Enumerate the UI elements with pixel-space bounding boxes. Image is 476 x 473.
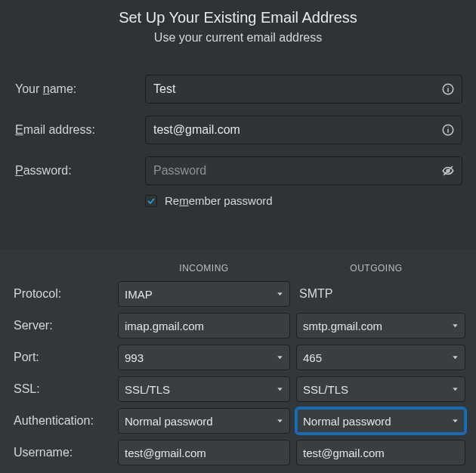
label-your-name: Your name:	[15, 82, 145, 96]
info-icon[interactable]	[441, 82, 455, 96]
password-input[interactable]	[145, 156, 462, 185]
remember-label: Remember password	[165, 194, 273, 207]
label-auth: Authentication:	[14, 414, 118, 428]
outgoing-port-input[interactable]	[296, 345, 465, 370]
outgoing-username-input[interactable]	[296, 440, 465, 465]
incoming-ssl-select[interactable]: SSL/TLS	[118, 376, 290, 402]
outgoing-protocol: SMTP	[296, 287, 465, 301]
page-subtitle: Use your current email address	[0, 31, 476, 45]
label-ssl: SSL:	[14, 382, 118, 396]
label-username: Username:	[14, 446, 118, 459]
label-password: Password:	[15, 164, 145, 178]
label-protocol: Protocol:	[14, 287, 118, 301]
outgoing-ssl-select[interactable]: SSL/TLS	[296, 376, 465, 402]
svg-point-2	[447, 86, 448, 87]
outgoing-server-input[interactable]	[296, 313, 465, 339]
outgoing-header: OUTGOING	[290, 263, 462, 274]
info-icon[interactable]	[441, 123, 455, 137]
incoming-port-input[interactable]	[118, 345, 290, 370]
page-title: Set Up Your Existing Email Address	[0, 9, 476, 26]
label-email: Email address:	[15, 123, 145, 137]
incoming-auth-select[interactable]: Normal password	[118, 408, 290, 434]
incoming-server-input[interactable]	[118, 313, 290, 339]
svg-point-5	[447, 127, 448, 128]
label-server: Server:	[14, 319, 118, 332]
name-input[interactable]	[145, 75, 462, 104]
eye-off-icon[interactable]	[441, 164, 455, 178]
outgoing-auth-select[interactable]: Normal password	[296, 408, 465, 434]
incoming-protocol-select[interactable]: IMAP	[118, 281, 290, 307]
label-port: Port:	[14, 351, 118, 364]
remember-checkbox[interactable]	[145, 195, 157, 207]
email-input[interactable]	[145, 116, 462, 144]
incoming-username-input[interactable]	[118, 440, 290, 465]
incoming-header: INCOMING	[118, 263, 290, 274]
